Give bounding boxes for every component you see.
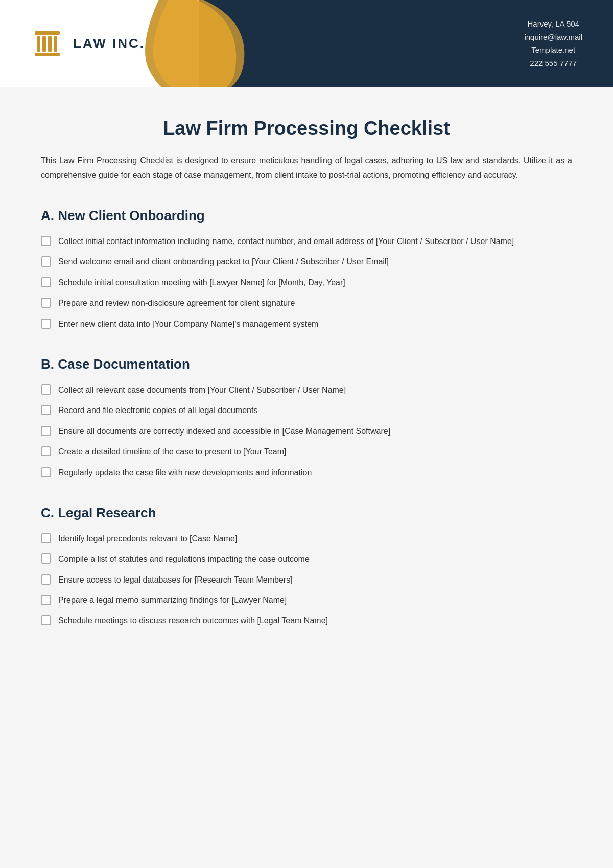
checkbox-a-4[interactable] <box>41 319 51 329</box>
item-text-a-1: Send welcome email and client onboarding… <box>58 255 572 269</box>
section-title-b: B. Case Documentation <box>41 356 572 372</box>
svg-rect-3 <box>48 36 52 52</box>
checklist-item-b-0[interactable]: Collect all relevant case documents from… <box>41 383 572 397</box>
checkbox-c-0[interactable] <box>41 533 51 543</box>
checklist-item-a-1[interactable]: Send welcome email and client onboarding… <box>41 255 572 269</box>
page-title: Law Firm Processing Checklist <box>41 117 572 139</box>
section-title-c: C. Legal Research <box>41 505 572 521</box>
checkbox-c-4[interactable] <box>41 615 51 625</box>
checklist-item-b-1[interactable]: Record and file electronic copies of all… <box>41 404 572 417</box>
header-contact-info: Harvey, LA 504 inquire@law.mail Template… <box>524 17 582 69</box>
checkbox-b-2[interactable] <box>41 426 51 436</box>
checklist-item-b-4[interactable]: Regularly update the case file with new … <box>41 466 572 479</box>
item-text-b-3: Create a detailed timeline of the case t… <box>58 445 572 459</box>
checklist-item-c-2[interactable]: Ensure access to legal databases for [Re… <box>41 573 572 587</box>
section-c: C. Legal ResearchIdentify legal preceden… <box>41 505 572 628</box>
checklist-item-b-2[interactable]: Ensure all documents are correctly index… <box>41 425 572 438</box>
item-text-c-2: Ensure access to legal databases for [Re… <box>58 573 572 587</box>
checklist-item-c-3[interactable]: Prepare a legal memo summarizing finding… <box>41 594 572 607</box>
item-text-b-2: Ensure all documents are correctly index… <box>58 425 572 438</box>
checklist-item-c-0[interactable]: Identify legal precedents relevant to [C… <box>41 532 572 545</box>
svg-rect-2 <box>42 36 46 52</box>
item-text-b-0: Collect all relevant case documents from… <box>58 383 572 397</box>
page-header: LAW INC. Harvey, LA 504 inquire@law.mail… <box>0 0 613 87</box>
item-text-a-0: Collect initial contact information incl… <box>58 235 572 248</box>
intro-paragraph: This Law Firm Processing Checklist is de… <box>41 154 572 182</box>
checkbox-c-2[interactable] <box>41 574 51 585</box>
item-text-c-3: Prepare a legal memo summarizing finding… <box>58 594 572 607</box>
logo-text: LAW INC. <box>73 36 145 52</box>
checkbox-a-1[interactable] <box>41 256 51 267</box>
main-content: Law Firm Processing Checklist This Law F… <box>0 87 613 694</box>
checkbox-c-1[interactable] <box>41 553 51 564</box>
item-text-c-4: Schedule meetings to discuss research ou… <box>58 614 572 628</box>
header-logo-area: LAW INC. <box>31 27 145 60</box>
checklist-item-a-2[interactable]: Schedule initial consultation meeting wi… <box>41 276 572 290</box>
contact-website: Template.net <box>524 43 582 57</box>
contact-address: Harvey, LA 504 <box>524 17 582 31</box>
law-inc-icon <box>31 27 64 60</box>
checkbox-b-3[interactable] <box>41 446 51 456</box>
svg-rect-5 <box>35 53 60 56</box>
checkbox-b-0[interactable] <box>41 384 51 395</box>
sections-container: A. New Client OnboardingCollect initial … <box>41 208 572 628</box>
section-b: B. Case DocumentationCollect all relevan… <box>41 356 572 479</box>
checkbox-b-1[interactable] <box>41 405 51 415</box>
checkbox-b-4[interactable] <box>41 467 51 477</box>
checklist-item-b-3[interactable]: Create a detailed timeline of the case t… <box>41 445 572 459</box>
header-swoosh-decoration <box>133 0 245 87</box>
checkbox-a-2[interactable] <box>41 277 51 287</box>
checkbox-c-3[interactable] <box>41 595 51 605</box>
checklist-item-c-4[interactable]: Schedule meetings to discuss research ou… <box>41 614 572 628</box>
svg-rect-1 <box>37 36 40 52</box>
contact-phone: 222 555 7777 <box>524 57 582 70</box>
item-text-b-1: Record and file electronic copies of all… <box>58 404 572 417</box>
svg-rect-0 <box>35 31 60 35</box>
section-title-a: A. New Client Onboarding <box>41 208 572 224</box>
item-text-a-3: Prepare and review non-disclosure agreem… <box>58 297 572 310</box>
checklist-item-a-0[interactable]: Collect initial contact information incl… <box>41 235 572 248</box>
svg-rect-4 <box>54 36 57 52</box>
item-text-a-2: Schedule initial consultation meeting wi… <box>58 276 572 290</box>
item-text-c-1: Compile a list of statutes and regulatio… <box>58 552 572 566</box>
checklist-item-c-1[interactable]: Compile a list of statutes and regulatio… <box>41 552 572 566</box>
item-text-b-4: Regularly update the case file with new … <box>58 466 572 479</box>
checklist-item-a-4[interactable]: Enter new client data into [Your Company… <box>41 318 572 331</box>
checkbox-a-3[interactable] <box>41 298 51 308</box>
item-text-c-0: Identify legal precedents relevant to [C… <box>58 532 572 545</box>
item-text-a-4: Enter new client data into [Your Company… <box>58 318 572 331</box>
contact-email: inquire@law.mail <box>524 31 582 44</box>
section-a: A. New Client OnboardingCollect initial … <box>41 208 572 331</box>
checkbox-a-0[interactable] <box>41 236 51 246</box>
checklist-item-a-3[interactable]: Prepare and review non-disclosure agreem… <box>41 297 572 310</box>
